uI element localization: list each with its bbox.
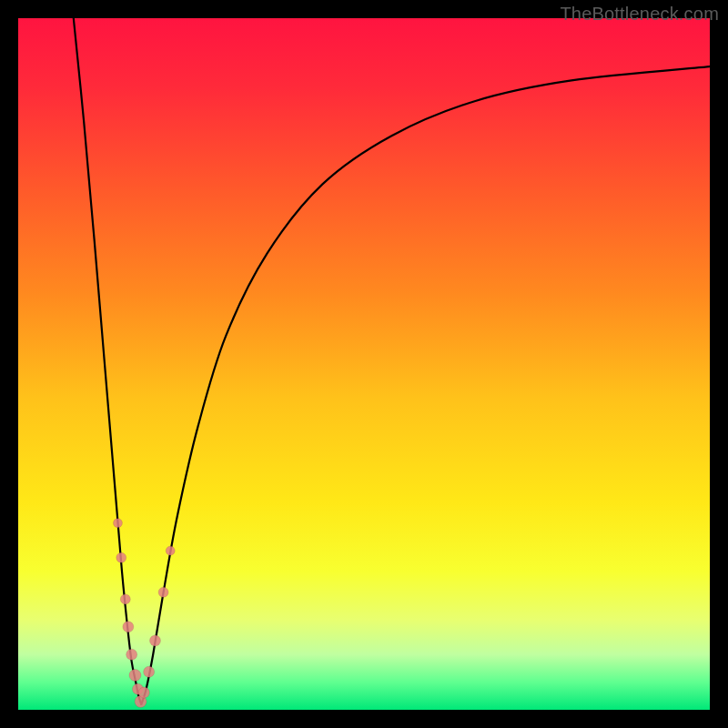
highlight-marker: [113, 519, 122, 528]
curve-right-branch: [141, 66, 710, 704]
highlight-markers: [113, 519, 175, 708]
highlight-marker: [144, 666, 155, 677]
highlight-marker: [166, 546, 175, 555]
curve-left-branch: [74, 18, 141, 704]
highlight-marker: [120, 594, 130, 604]
plot-area: [18, 18, 710, 710]
chart-frame: TheBottleneck.com: [0, 0, 728, 728]
highlight-marker: [149, 635, 160, 646]
highlight-marker: [138, 687, 149, 698]
highlight-marker: [123, 622, 134, 632]
watermark-text: TheBottleneck.com: [560, 4, 719, 25]
highlight-marker: [158, 587, 168, 597]
highlight-marker: [129, 670, 141, 682]
highlight-marker: [116, 552, 126, 562]
curve-layer: [18, 18, 710, 710]
highlight-marker: [126, 649, 137, 660]
